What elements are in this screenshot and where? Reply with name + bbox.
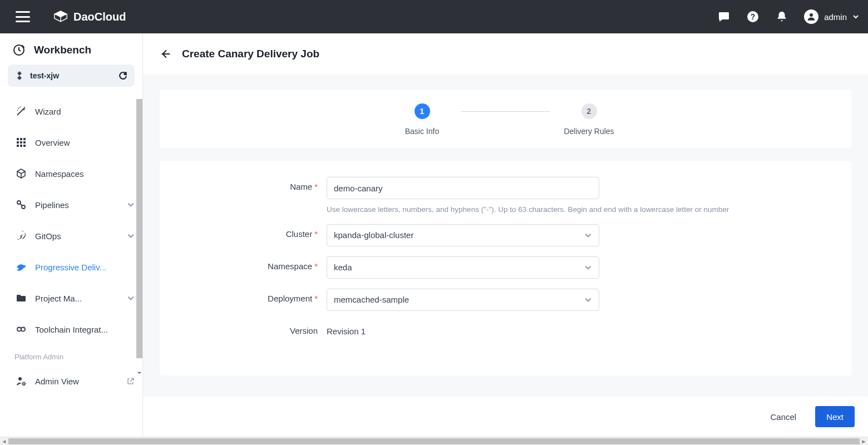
sidebar-item-overview[interactable]: Overview [0,127,142,158]
chevron-down-icon [584,264,592,271]
external-link-icon [127,377,135,385]
back-button[interactable] [159,47,172,61]
brand-name: DaoCloud [73,11,126,23]
namespace-select[interactable]: keda [327,256,599,279]
next-button[interactable]: Next [815,406,855,427]
svg-rect-4 [17,138,19,140]
step-label: Delivery Rules [564,127,614,136]
grid-icon [16,137,27,148]
project-icon [14,71,24,81]
header-actions: ? admin [717,9,859,24]
sidebar-title: Workbench [0,33,142,65]
user-gear-icon [16,375,27,387]
svg-rect-11 [20,145,22,147]
refresh-icon[interactable] [118,71,128,81]
svg-rect-10 [17,145,19,147]
step-delivery-rules[interactable]: 2 Delivery Rules [550,103,628,136]
chain-icon [16,199,27,210]
sidebar-item-toolchain[interactable]: Toolchain Integrat... [0,314,142,345]
sidebar-scroll-down[interactable] [136,369,142,377]
page-title: Create Canary Delivery Job [182,48,319,60]
username: admin [824,12,847,22]
chevron-down-icon [852,13,859,20]
deployment-select[interactable]: memcached-sample [327,289,599,311]
svg-rect-6 [23,138,26,140]
chevron-down-icon [127,201,135,209]
sidebar-item-wizard[interactable]: Wizard [0,96,142,127]
user-menu[interactable]: admin [804,9,859,24]
scroll-thumb[interactable] [8,438,860,444]
sidebar-item-admin-view[interactable]: Admin View [0,365,142,397]
form-row-deployment: Deployment* memcached-sample [182,289,829,312]
name-hint: Use lowercase letters, numbers, and hyph… [327,205,772,215]
sidebar-item-project-management[interactable]: Project Ma... [0,283,142,314]
svg-text:?: ? [751,12,756,21]
chevron-down-icon [584,296,592,304]
project-name: test-xjw [30,71,59,80]
svg-point-2 [810,13,813,17]
version-value: Revision 1 [327,321,599,336]
svg-rect-12 [23,145,26,147]
cube-icon [16,168,27,179]
sidebar-item-namespaces[interactable]: Namespaces [0,158,142,189]
svg-rect-9 [23,141,26,144]
cluster-select[interactable]: kpanda-global-cluster [327,224,599,246]
form-row-namespace: Namespace* keda [182,256,829,280]
help-icon[interactable]: ? [746,10,760,23]
step-basic-info[interactable]: 1 Basic Info [383,103,461,136]
top-header: DaoCloud ? admin [0,0,868,33]
form-row-cluster: Cluster* kpanda-global-cluster [182,224,829,248]
step-connector [461,111,550,112]
step-number: 2 [581,103,597,119]
form-footer: Cancel Next [143,397,868,437]
version-label: Version [182,321,327,335]
cluster-label: Cluster* [182,224,327,239]
namespace-label: Namespace* [182,256,327,271]
svg-rect-5 [20,138,22,140]
sidebar-scrollbar[interactable] [136,99,142,358]
main-content: Create Canary Delivery Job 1 Basic Info … [143,33,868,437]
wand-icon [16,106,27,117]
chat-icon[interactable] [717,10,731,23]
deployment-label: Deployment* [182,289,327,303]
page-header: Create Canary Delivery Job [143,33,868,75]
brand-logo[interactable]: DaoCloud [52,10,126,23]
sidebar-item-pipelines[interactable]: Pipelines [0,189,142,220]
chevron-down-icon [127,294,135,302]
sidebar-item-gitops[interactable]: GitOps [0,220,142,251]
scroll-right-icon[interactable]: ► [860,437,868,445]
step-label: Basic Info [405,127,439,136]
step-number: 1 [415,103,430,119]
svg-rect-7 [17,141,19,144]
scroll-left-icon[interactable]: ◄ [0,437,8,445]
nav-list: Wizard Overview Namespaces Pipelines [0,92,142,400]
workbench-icon [12,43,26,57]
bird-icon [16,261,27,273]
infinity-icon [16,324,27,335]
cancel-button[interactable]: Cancel [759,406,807,427]
sidebar: Workbench test-xjw Wizard [0,33,143,437]
svg-point-16 [23,383,25,385]
svg-point-15 [18,377,22,380]
rocket-icon [16,230,27,241]
chevron-down-icon [127,232,135,240]
name-input[interactable]: demo-canary [327,177,599,199]
svg-rect-8 [20,141,22,144]
form-row-version: Version Revision 1 [182,321,829,344]
sidebar-item-progressive-delivery[interactable]: Progressive Deliv... [0,251,142,283]
stepper: 1 Basic Info 2 Delivery Rules [160,90,851,148]
daocloud-logo-icon [52,10,69,23]
platform-admin-label: Platform Admin [0,345,142,365]
name-label: Name* [182,177,327,191]
horizontal-scrollbar[interactable]: ◄ ► [0,437,868,445]
avatar-icon [804,9,818,24]
menu-toggle[interactable] [16,11,30,22]
chevron-down-icon [584,231,592,239]
project-selector[interactable]: test-xjw [8,65,135,87]
folder-icon [16,293,27,304]
form-row-name: Name* demo-canary Use lowercase letters,… [182,177,829,215]
form-card: Name* demo-canary Use lowercase letters,… [160,161,851,375]
bell-icon[interactable] [775,10,788,23]
